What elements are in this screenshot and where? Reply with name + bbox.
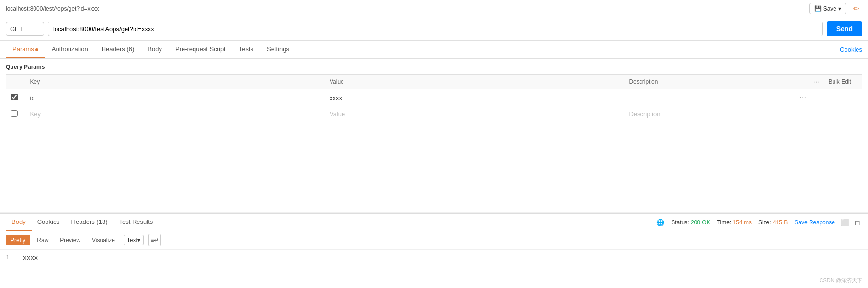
resp-tab-body[interactable]: Body (6, 214, 32, 231)
col-key: Key (25, 75, 325, 89)
status-value: 200 OK (691, 219, 710, 226)
response-content: 1 xxxx (0, 250, 868, 266)
time-value: 154 ms (733, 219, 752, 226)
row-desc-cell (624, 89, 795, 106)
format-chevron: ▾ (137, 237, 140, 244)
status-label: Status: 200 OK (671, 219, 710, 226)
tab-authorization-label: Authorization (52, 45, 88, 53)
col-description: Description (624, 75, 795, 89)
tab-authorization[interactable]: Authorization (45, 41, 95, 58)
url-bar: GET POST PUT DELETE PATCH HEAD OPTIONS S… (0, 17, 868, 41)
tab-body[interactable]: Body (141, 41, 169, 58)
title-url: localhost:8000/testAops/get?id=xxxx (6, 5, 99, 12)
row-more-cell: ··· (795, 89, 824, 106)
empty-desc-cell: Description (624, 106, 795, 122)
row-checkbox-cell (6, 89, 25, 106)
tab-prerequest[interactable]: Pre-request Script (169, 41, 232, 58)
save-button[interactable]: 💾 Save ▾ (809, 3, 846, 14)
response-line-1: xxxx (23, 255, 38, 262)
params-dot (35, 48, 38, 51)
tab-params-label: Params (12, 45, 34, 53)
row-checkbox[interactable] (11, 94, 18, 100)
size-label: Size: 415 B (758, 219, 788, 226)
empty-value-placeholder: Value (330, 111, 345, 118)
empty-checkbox[interactable] (11, 110, 18, 117)
col-more: ··· (795, 75, 824, 89)
watermark-text: CSDN @泽济天下 (820, 277, 862, 283)
cookies-label: Cookies (840, 46, 862, 53)
empty-more-cell (795, 106, 824, 122)
send-button[interactable]: Send (827, 21, 862, 36)
row-bulk-cell (824, 89, 862, 106)
save-chevron-icon: ▾ (838, 5, 841, 12)
response-toolbar: Pretty Raw Preview Visualize Text ▾ ≡↵ (0, 231, 868, 250)
cookies-link[interactable]: Cookies (840, 46, 862, 53)
resp-tab-testresults[interactable]: Test Results (113, 214, 159, 231)
query-params-title: Query Params (6, 64, 862, 70)
title-bar: localhost:8000/testAops/get?id=xxxx 💾 Sa… (0, 0, 868, 17)
app-container: localhost:8000/testAops/get?id=xxxx 💾 Sa… (0, 0, 868, 288)
size-value: 415 B (773, 219, 788, 226)
method-select[interactable]: GET POST PUT DELETE PATCH HEAD OPTIONS (6, 22, 44, 36)
method-wrapper: GET POST PUT DELETE PATCH HEAD OPTIONS (6, 22, 44, 36)
table-row-empty: Key Value Description (6, 106, 862, 122)
request-section: Query Params Key Value Description ··· B… (0, 59, 868, 138)
empty-desc-placeholder: Description (629, 111, 660, 118)
save-disk-icon: 💾 (814, 5, 822, 12)
edit-button[interactable]: ✏ (850, 3, 862, 14)
params-table: Key Value Description ··· Bulk Edit id (6, 74, 862, 122)
raw-button[interactable]: Raw (32, 235, 53, 245)
save-label: Save (823, 5, 836, 12)
response-status: 🌐 Status: 200 OK Time: 154 ms Size: 415 … (656, 219, 835, 226)
more-dots-header: ··· (814, 78, 819, 85)
expand-button[interactable]: ◻ (853, 218, 862, 227)
time-label: Time: 154 ms (717, 219, 752, 226)
tab-tests[interactable]: Tests (232, 41, 260, 58)
watermark: CSDN @泽济天下 (820, 277, 862, 284)
col-value: Value (325, 75, 624, 89)
row-key-cell: id (25, 89, 325, 106)
tab-params[interactable]: Params (6, 41, 45, 58)
tab-settings[interactable]: Settings (260, 41, 296, 58)
empty-key-placeholder: Key (30, 111, 41, 118)
wrap-icon: ≡↵ (150, 237, 159, 244)
tab-headers[interactable]: Headers (6) (95, 41, 141, 58)
table-row: id xxxx ··· (6, 89, 862, 106)
empty-value-cell: Value (325, 106, 624, 122)
title-actions: 💾 Save ▾ ✏ (809, 3, 862, 14)
empty-bulk-cell (824, 106, 862, 122)
request-tabs: Params Authorization Headers (6) Body Pr… (0, 41, 868, 59)
pretty-button[interactable]: Pretty (6, 235, 30, 245)
row-value-value: xxxx (330, 94, 342, 101)
tab-settings-label: Settings (267, 45, 289, 53)
tab-prerequest-label: Pre-request Script (175, 45, 226, 53)
row-key-value: id (30, 94, 35, 101)
tab-headers-label: Headers (6) (102, 45, 135, 53)
col-checkbox (6, 75, 25, 89)
visualize-button[interactable]: Visualize (87, 235, 120, 245)
preview-button[interactable]: Preview (55, 235, 85, 245)
edit-icon: ✏ (853, 4, 859, 12)
format-label: Text (127, 237, 137, 244)
resp-tab-testresults-label: Test Results (119, 218, 153, 225)
copy-button[interactable]: ⬜ (839, 218, 851, 227)
globe-icon: 🌐 (656, 219, 664, 226)
wrap-button[interactable]: ≡↵ (148, 234, 161, 246)
save-response-link[interactable]: Save Response (794, 219, 835, 226)
resp-tab-headers[interactable]: Headers (13) (66, 214, 114, 231)
col-bulk-edit[interactable]: Bulk Edit (824, 75, 862, 89)
response-section: Body Cookies Headers (13) Test Results 🌐… (0, 214, 868, 288)
resp-tab-headers-label: Headers (13) (71, 218, 108, 225)
tab-body-label: Body (148, 45, 162, 53)
row-value-cell: xxxx (325, 89, 624, 106)
response-right-actions: ⬜ ◻ (839, 215, 862, 230)
empty-checkbox-cell (6, 106, 25, 122)
line-number-1: 1 (6, 255, 15, 262)
request-spacer (0, 138, 868, 212)
row-more-icon[interactable]: ··· (800, 93, 806, 101)
resp-tab-cookies[interactable]: Cookies (32, 214, 66, 231)
url-input[interactable] (48, 22, 823, 36)
tab-tests-label: Tests (239, 45, 253, 53)
format-select[interactable]: Text ▾ (124, 235, 144, 245)
empty-key-cell: Key (25, 106, 325, 122)
